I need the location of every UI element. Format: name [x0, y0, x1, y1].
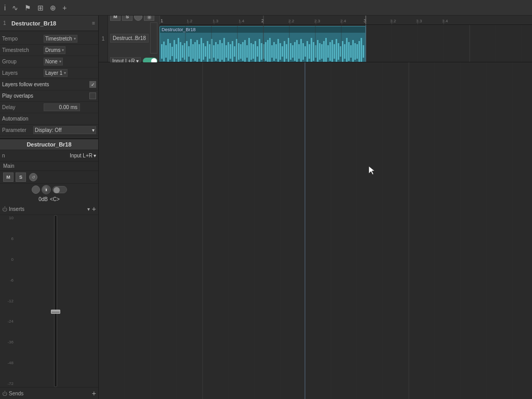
left-panel: 1 Destructor_Br18 ≡ Tempo Timestretch ▾ …: [0, 16, 99, 399]
svg-text:2.3: 2.3: [314, 19, 321, 23]
play-overlaps-checkbox[interactable]: [89, 92, 96, 99]
right-area: 1 M S ◉ Destruct..Br18: [99, 16, 532, 399]
svg-rect-62: [238, 43, 240, 60]
dropdown-arrow-4: ▾: [64, 71, 66, 75]
svg-rect-112: [342, 41, 343, 62]
svg-rect-119: [356, 44, 358, 59]
layers-follow-events-row: Layers follow events: [0, 79, 98, 90]
svg-rect-60: [234, 46, 235, 57]
layers-dropdown[interactable]: Layer 1 ▾: [44, 69, 68, 77]
fader-scale: 10 6 0 -6 -12 -24 -36 -48 -72: [1, 215, 14, 387]
param-arrow: ▾: [92, 127, 95, 133]
volume-fader-handle[interactable]: [51, 310, 60, 314]
svg-rect-50: [213, 45, 215, 58]
svg-rect-55: [223, 38, 225, 62]
svg-rect-95: [307, 41, 308, 62]
svg-rect-72: [259, 39, 260, 62]
mixer-input-dropdown[interactable]: Input L+R ▾: [70, 153, 96, 158]
timestretch-dropdown[interactable]: Timestretch ▾: [44, 35, 77, 43]
svg-rect-80: [275, 44, 277, 59]
dropdown-arrow-2: ▾: [62, 48, 64, 52]
parameter-dropdown[interactable]: Display: Off ▾: [33, 126, 96, 134]
svg-rect-28: [167, 39, 169, 62]
inserts-power-icon[interactable]: ⏻: [2, 206, 7, 212]
solo-button[interactable]: S: [16, 172, 26, 182]
group-dropdown[interactable]: None ▾: [44, 58, 63, 65]
wave-icon[interactable]: ∿: [12, 4, 18, 12]
clock-icon[interactable]: ⊕: [50, 4, 56, 12]
clip-block[interactable]: Destructor_Br18: [159, 26, 366, 62]
empty-grid-svg: [99, 62, 532, 399]
loop-button[interactable]: ↺: [29, 173, 37, 181]
layers-follow-events-label: Layers follow events: [2, 82, 89, 87]
volume-fader-rail[interactable]: [54, 215, 57, 387]
svg-rect-116: [350, 45, 352, 58]
svg-rect-86: [288, 38, 289, 62]
track-mute-button[interactable]: M: [110, 16, 121, 21]
svg-text:3.2: 3.2: [390, 19, 396, 23]
svg-rect-101: [319, 43, 321, 60]
svg-rect-51: [215, 42, 217, 61]
svg-text:2.2: 2.2: [288, 19, 295, 23]
sends-power-icon[interactable]: ⏻: [2, 391, 7, 396]
track-monitor-button[interactable]: ◉: [144, 16, 154, 21]
record-arm-button[interactable]: [32, 185, 40, 194]
parameter-label: Parameter: [2, 127, 33, 133]
play-overlaps-row: Play overlaps: [0, 90, 98, 102]
grid-icon[interactable]: ⊞: [37, 4, 44, 12]
svg-rect-31: [174, 40, 175, 62]
svg-rect-65: [244, 40, 246, 62]
svg-rect-99: [315, 45, 316, 58]
track-controls: M S ◉ Destruct..Br18 Input L+R ▾: [108, 16, 159, 62]
clip-area: Destructor_Br18: [159, 25, 532, 62]
svg-text:1: 1: [161, 18, 163, 23]
svg-rect-71: [257, 46, 258, 57]
inserts-add-button[interactable]: +: [92, 205, 96, 213]
inserts-arrow[interactable]: ▾: [87, 206, 90, 212]
track-solo-button[interactable]: S: [122, 16, 132, 21]
mute-button[interactable]: M: [3, 172, 14, 182]
svg-rect-38: [188, 46, 190, 57]
svg-rect-53: [219, 40, 221, 62]
tempo-row: Tempo Timestretch ▾: [0, 33, 98, 45]
track-name-label: Destructor_Br18: [11, 20, 90, 26]
monitor-toggle[interactable]: [52, 186, 67, 193]
clip-title: Destructor_Br18: [160, 26, 365, 33]
settings-icon[interactable]: i: [4, 4, 6, 12]
svg-rect-89: [294, 42, 296, 61]
svg-rect-108: [334, 44, 335, 59]
parameter-row: Parameter Display: Off ▾: [0, 125, 98, 136]
flag-icon[interactable]: ⚑: [24, 4, 31, 12]
svg-rect-120: [358, 41, 360, 62]
layers-follow-events-checkbox[interactable]: [89, 81, 96, 88]
mouse-cursor: [369, 166, 374, 172]
sends-label: ⏻ Sends: [2, 391, 92, 396]
svg-rect-52: [217, 44, 219, 59]
svg-rect-96: [309, 44, 310, 59]
sends-add-button[interactable]: +: [92, 389, 96, 397]
track-record-button[interactable]: [134, 16, 142, 21]
delay-value[interactable]: 0.00 ms: [44, 103, 80, 111]
layers-row: Layers Layer 1 ▾: [0, 68, 98, 79]
svg-rect-75: [265, 42, 267, 61]
svg-rect-118: [354, 43, 356, 60]
svg-rect-68: [250, 43, 252, 60]
add-icon[interactable]: +: [62, 4, 66, 12]
track-number-col: 1: [99, 16, 108, 62]
main-label: Main: [3, 163, 15, 169]
top-toolbar: i ∿ ⚑ ⊞ ⊕ +: [0, 0, 532, 16]
svg-rect-94: [304, 46, 306, 57]
track-collapse-button[interactable]: ≡: [92, 20, 95, 26]
mixer-buttons-row: Main: [0, 162, 98, 171]
svg-rect-77: [269, 38, 271, 62]
group-row: Group None ▾: [0, 56, 98, 68]
pan-value: <C>: [50, 196, 60, 202]
properties-panel: Tempo Timestretch ▾ Timestretch Drums ▾ …: [0, 31, 98, 138]
pan-knob[interactable]: [42, 185, 51, 194]
timestretch-mode-dropdown[interactable]: Drums ▾: [44, 46, 65, 54]
svg-rect-66: [246, 45, 248, 58]
svg-rect-103: [323, 41, 325, 62]
svg-text:3.3: 3.3: [416, 19, 422, 23]
svg-rect-27: [165, 45, 167, 58]
svg-rect-64: [242, 42, 244, 61]
